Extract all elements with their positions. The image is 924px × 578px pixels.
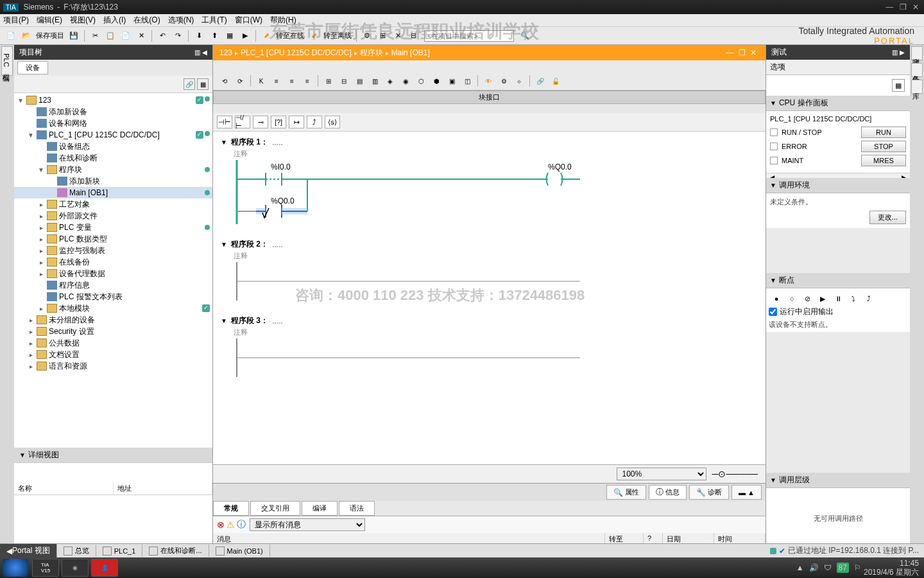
footer-tab[interactable]: 总览: [57, 545, 96, 557]
tray-icon[interactable]: ⚐: [854, 563, 861, 572]
project-tree[interactable]: ▼123✓添加新设备设备和网络▼PLC_1 [CPU 1215C DC/DC/D…: [14, 93, 212, 448]
redo-icon[interactable]: ↷: [171, 30, 184, 42]
tray-icon[interactable]: 🛡: [824, 563, 832, 572]
ed-icon[interactable]: ⊞: [322, 74, 335, 87]
tree-item[interactable]: ▸PLC 变量: [14, 222, 212, 233]
breadcrumb-item[interactable]: Main [OB1]: [391, 48, 430, 57]
minimize-icon[interactable]: —: [886, 3, 893, 12]
tree-item[interactable]: ▸监控与强制表: [14, 245, 212, 256]
portal-view-button[interactable]: ◀: [6, 547, 12, 556]
paste-icon[interactable]: 📄: [119, 30, 132, 42]
menu-item[interactable]: 工具(T): [201, 15, 227, 26]
tb-icon-1[interactable]: ⚙: [361, 30, 373, 42]
tree-item[interactable]: ▸Security 设置: [14, 326, 212, 337]
ed-icon[interactable]: ▤: [353, 74, 366, 87]
tray-icon[interactable]: 🔊: [809, 563, 819, 572]
close-icon[interactable]: ✕: [912, 3, 919, 12]
project-search-input[interactable]: [424, 30, 514, 42]
zoom-slider[interactable]: ─⊙─────: [712, 469, 758, 479]
inspector-subtab[interactable]: 常规: [213, 501, 249, 516]
inspector-subtab[interactable]: 语法: [339, 501, 375, 516]
ed-icon[interactable]: ⚙: [497, 74, 510, 87]
devices-tab[interactable]: 设备: [17, 61, 48, 74]
breakpoint-header[interactable]: 断点: [779, 275, 794, 286]
bp-checkbox[interactable]: [769, 308, 777, 316]
ladder-network[interactable]: %I0.0%Q0.0%Q0.0: [234, 160, 593, 224]
tree-icon-2[interactable]: ▦: [197, 78, 209, 90]
ed-icon[interactable]: ◫: [461, 74, 474, 87]
collapse-icon[interactable]: ▥ ▶: [892, 49, 905, 56]
win-icon[interactable]: ❐: [739, 48, 746, 57]
delete-icon[interactable]: ✕: [135, 30, 148, 42]
go-offline-button[interactable]: 转至离线: [323, 31, 352, 40]
tree-item[interactable]: ▸本地模块✓: [14, 302, 212, 314]
ed-icon[interactable]: ◈: [384, 74, 397, 87]
task-item[interactable]: TIAV15: [32, 559, 59, 577]
tree-icon-1[interactable]: 🔗: [184, 78, 195, 90]
tray-clock[interactable]: 11:45 2019/4/6 星期六: [864, 559, 919, 577]
zoom-select[interactable]: 100%: [617, 468, 706, 480]
ed-icon[interactable]: ≡: [270, 74, 283, 87]
win-icon[interactable]: —: [726, 48, 733, 57]
menu-item[interactable]: 插入(I): [103, 15, 126, 26]
ed-icon[interactable]: 🔓: [549, 74, 562, 87]
inspector-tab[interactable]: 🔧诊断: [689, 485, 729, 500]
call-env-header[interactable]: 调用环境: [779, 180, 810, 191]
open-icon[interactable]: 📂: [20, 30, 33, 42]
inspector-subtab[interactable]: 交叉引用: [250, 501, 300, 516]
left-edge-tab[interactable]: PLC 编程: [1, 46, 13, 76]
lad-instruction-button[interactable]: ⟨s⟩: [325, 116, 340, 128]
tree-item[interactable]: ▼123✓: [14, 94, 212, 106]
change-button[interactable]: 更改...: [869, 211, 906, 224]
bp-icon[interactable]: ⊘: [801, 292, 814, 305]
tree-item[interactable]: ▸工艺对象: [14, 198, 212, 210]
maximize-icon[interactable]: ❐: [900, 3, 907, 12]
ed-icon[interactable]: ⬢: [430, 74, 443, 87]
right-edge-tab[interactable]: 测试: [911, 46, 923, 60]
tree-item[interactable]: 程序信息: [14, 279, 212, 291]
right-edge-tab[interactable]: 任务: [911, 63, 923, 77]
tree-item[interactable]: 添加新块: [14, 175, 212, 187]
ed-icon[interactable]: ⬡: [415, 74, 427, 87]
compile-icon[interactable]: ⬇: [193, 30, 205, 42]
menu-item[interactable]: 选项(N): [168, 15, 194, 26]
network-comment[interactable]: 注释: [234, 250, 758, 262]
column-header[interactable]: 地址: [114, 482, 213, 495]
call-hier-header[interactable]: 调用层级: [779, 475, 810, 486]
network-comment[interactable]: 注释: [234, 148, 758, 160]
tray-temp[interactable]: 87: [837, 563, 849, 573]
menu-item[interactable]: 编辑(E): [37, 15, 62, 26]
network-comment[interactable]: 注释: [234, 326, 758, 338]
lad-instruction-button[interactable]: ⊸: [253, 116, 268, 128]
tree-item[interactable]: ▼PLC_1 [CPU 1215C DC/DC/DC]✓: [14, 129, 212, 141]
error-icon[interactable]: ⊗: [217, 520, 225, 530]
bp-icon[interactable]: ⤴: [862, 292, 875, 305]
go-online-icon[interactable]: ⬈: [260, 30, 273, 42]
ed-icon[interactable]: ▣: [445, 74, 458, 87]
cut-icon[interactable]: ✂: [89, 30, 101, 42]
ed-icon[interactable]: ⊟: [338, 74, 350, 87]
tree-item[interactable]: 设备组态: [14, 141, 212, 152]
bp-icon[interactable]: ○: [785, 292, 798, 305]
ed-icon[interactable]: ⟲: [218, 74, 231, 87]
breadcrumb-item[interactable]: 123: [219, 48, 232, 57]
footer-tab[interactable]: 在线和诊断...: [142, 545, 209, 557]
task-item[interactable]: 👤: [91, 559, 118, 577]
tree-item[interactable]: ▸外部源文件: [14, 210, 212, 222]
sim-icon[interactable]: ▦: [223, 30, 236, 42]
lad-instruction-button[interactable]: ↦: [289, 116, 304, 128]
menu-item[interactable]: 在线(O): [133, 15, 160, 26]
ed-icon[interactable]: 🔗: [534, 74, 547, 87]
tree-item[interactable]: Main [OB1]: [14, 187, 212, 198]
tree-item[interactable]: ▼程序块: [14, 164, 212, 175]
menu-item[interactable]: 视图(V): [70, 15, 96, 26]
ed-icon[interactable]: K: [255, 74, 268, 87]
ed-icon[interactable]: ⟐: [513, 74, 526, 87]
ed-icon[interactable]: ▥: [368, 74, 381, 87]
footer-tab[interactable]: Main (OB1): [209, 545, 270, 557]
tb-icon-2[interactable]: ⊞: [376, 30, 389, 42]
win-icon[interactable]: ✕: [750, 48, 757, 57]
bp-icon[interactable]: ●: [770, 292, 783, 305]
inspector-subtab[interactable]: 编译: [302, 501, 338, 516]
options-icon[interactable]: ▦: [892, 79, 905, 92]
